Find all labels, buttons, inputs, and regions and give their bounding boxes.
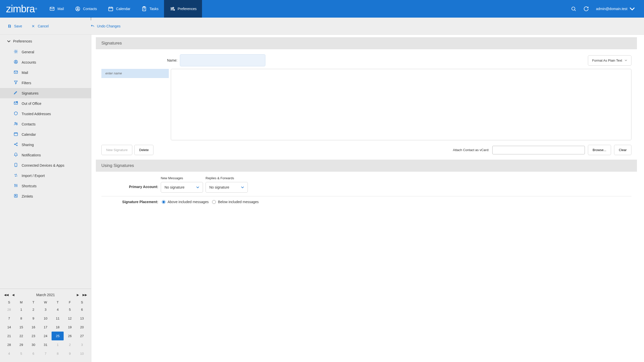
sidebar-item-label: Filters: [22, 81, 31, 85]
cal-day[interactable]: 23: [27, 332, 39, 340]
cal-next-month[interactable]: ▶: [76, 293, 80, 297]
signature-name-input[interactable]: [180, 54, 265, 66]
search-icon[interactable]: [571, 6, 576, 12]
cal-day[interactable]: 31: [39, 340, 52, 349]
cal-day[interactable]: 5: [64, 305, 76, 314]
placement-below-option[interactable]: Below included messages: [212, 200, 259, 204]
cal-day[interactable]: 1: [15, 305, 27, 314]
registered-mark: ®: [35, 8, 37, 10]
vcard-input[interactable]: [492, 146, 585, 154]
cal-day[interactable]: 11: [52, 314, 64, 323]
cal-day[interactable]: 8: [15, 314, 27, 323]
sidebar-item-import-export[interactable]: Import / Export: [0, 170, 91, 181]
cal-prev-year[interactable]: ◀◀: [3, 293, 10, 297]
browse-button[interactable]: Browse...: [588, 145, 611, 155]
ooo-icon: [14, 101, 18, 106]
placement-below-radio[interactable]: [212, 200, 216, 204]
user-menu[interactable]: admin@domain.test: [596, 6, 635, 12]
cal-day[interactable]: 26: [64, 332, 76, 340]
sidebar-item-general[interactable]: General: [0, 47, 91, 57]
cal-day[interactable]: 28: [3, 305, 15, 314]
cal-day[interactable]: 10: [39, 314, 52, 323]
cal-day[interactable]: 12: [64, 314, 76, 323]
placement-above-option[interactable]: Above included messages: [162, 200, 209, 204]
cal-day[interactable]: 6: [27, 349, 39, 358]
cal-day[interactable]: 9: [27, 314, 39, 323]
cal-day[interactable]: 14: [3, 323, 15, 332]
tab-contacts[interactable]: Contacts: [69, 0, 102, 18]
sidebar-item-connected-devices-apps[interactable]: Connected Devices & Apps: [0, 160, 91, 170]
cal-day[interactable]: 7: [39, 349, 52, 358]
sidebar-item-contacts[interactable]: Contacts: [0, 119, 91, 129]
cal-next-year[interactable]: ▶▶: [82, 293, 88, 297]
sidebar-item-zimlets[interactable]: Zimlets: [0, 191, 91, 201]
cal-day[interactable]: 4: [3, 349, 15, 358]
cancel-button[interactable]: Cancel: [31, 24, 49, 28]
cal-day[interactable]: 21: [3, 332, 15, 340]
tab-tasks[interactable]: Tasks: [136, 0, 164, 18]
new-messages-select[interactable]: No signature: [161, 182, 203, 193]
new-signature-button[interactable]: New Signature: [101, 145, 132, 155]
placement-above-radio[interactable]: [162, 200, 166, 204]
signature-list-item[interactable]: enter name: [101, 69, 169, 78]
refresh-icon[interactable]: [583, 6, 589, 12]
sidebar-item-calendar[interactable]: Calendar: [0, 129, 91, 140]
cal-day[interactable]: 30: [27, 340, 39, 349]
cal-day[interactable]: 3: [76, 340, 88, 349]
cal-day[interactable]: 13: [76, 314, 88, 323]
cal-day[interactable]: 4: [52, 305, 64, 314]
cal-day[interactable]: 18: [52, 323, 64, 332]
sidebar-item-shortcuts[interactable]: Shortcuts: [0, 181, 91, 191]
sidebar-item-label: Contacts: [22, 122, 35, 126]
cal-day[interactable]: 15: [15, 323, 27, 332]
cal-prev-month[interactable]: ◀: [11, 293, 15, 297]
cal-day[interactable]: 27: [76, 332, 88, 340]
logo[interactable]: zimbra®: [0, 0, 44, 18]
cal-day[interactable]: 25: [52, 332, 64, 340]
cal-day[interactable]: 2: [27, 305, 39, 314]
save-label: Save: [14, 24, 22, 28]
signature-editor[interactable]: [171, 69, 631, 140]
format-dropdown[interactable]: Format As Plain Text: [588, 55, 631, 66]
cal-day[interactable]: 19: [64, 323, 76, 332]
cal-day[interactable]: 24: [39, 332, 52, 340]
user-email: admin@domain.test: [596, 7, 627, 11]
cal-day[interactable]: 1: [52, 340, 64, 349]
save-button[interactable]: Save: [8, 24, 22, 28]
cal-day[interactable]: 28: [3, 340, 15, 349]
sidebar-item-sharing[interactable]: Sharing: [0, 140, 91, 150]
replies-select[interactable]: No signature: [206, 182, 248, 193]
sidebar-item-out-of-office[interactable]: Out of Office: [0, 98, 91, 109]
sidebar-item-trusted-addresses[interactable]: Trusted Addresses: [0, 109, 91, 119]
cal-day[interactable]: 17: [39, 323, 52, 332]
cal-day[interactable]: 8: [52, 349, 64, 358]
cal-day[interactable]: 10: [76, 349, 88, 358]
tab-calendar[interactable]: Calendar: [102, 0, 136, 18]
delete-signature-button[interactable]: Delete: [134, 145, 153, 155]
tab-mail[interactable]: Mail: [44, 0, 69, 18]
cal-day[interactable]: 3: [39, 305, 52, 314]
sidebar-header[interactable]: Preferences: [0, 35, 91, 47]
undo-label: Undo Changes: [97, 24, 120, 28]
sidebar-item-signatures[interactable]: Signatures: [0, 88, 91, 98]
cal-day[interactable]: 20: [76, 323, 88, 332]
svg-point-19: [17, 143, 17, 144]
sidebar-item-filters[interactable]: Filters: [0, 78, 91, 88]
cal-day[interactable]: 7: [3, 314, 15, 323]
sidebar-item-notifications[interactable]: Notifications: [0, 150, 91, 160]
cal-day[interactable]: 5: [15, 349, 27, 358]
tab-preferences[interactable]: Preferences: [164, 0, 202, 18]
cal-day[interactable]: 2: [64, 340, 76, 349]
sidebar-item-label: Zimlets: [22, 194, 33, 198]
sidebar-item-accounts[interactable]: Accounts: [0, 57, 91, 67]
undo-icon: [91, 24, 95, 28]
cal-day[interactable]: 22: [15, 332, 27, 340]
save-icon: [8, 24, 12, 28]
sidebar-item-mail[interactable]: Mail: [0, 67, 91, 78]
cal-day[interactable]: 16: [27, 323, 39, 332]
cal-day[interactable]: 29: [15, 340, 27, 349]
clear-button[interactable]: Clear: [614, 145, 631, 155]
cal-day[interactable]: 9: [64, 349, 76, 358]
undo-button[interactable]: Undo Changes: [91, 24, 120, 28]
cal-day[interactable]: 6: [76, 305, 88, 314]
